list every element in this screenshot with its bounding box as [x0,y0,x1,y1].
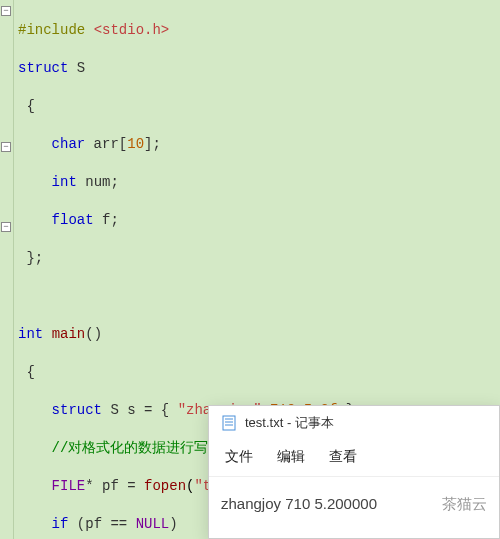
keyword-int: int [52,174,77,190]
null: NULL [136,516,170,532]
notepad-icon [221,415,237,431]
svg-rect-0 [223,416,235,430]
notepad-titlebar[interactable]: test.txt - 记事本 [209,406,499,440]
file-content: zhangjoy 710 5.200000 [221,495,377,514]
notepad-window[interactable]: test.txt - 记事本 文件 编辑 查看 zhangjoy 710 5.2… [208,405,500,539]
fold-gutter: − − − [0,0,14,539]
notepad-title: test.txt - 记事本 [245,414,334,432]
type-file: FILE [52,478,86,494]
fold-marker[interactable]: − [1,6,11,16]
struct-name: S [77,60,85,76]
decl: num; [77,174,119,190]
decl: ]; [144,136,161,152]
func-fopen: fopen [144,478,186,494]
decl: s = { [119,402,178,418]
brace: }; [26,250,43,266]
notepad-menubar: 文件 编辑 查看 [209,440,499,477]
decl: f; [94,212,119,228]
keyword-int: int [18,326,43,342]
keyword-struct: struct [52,402,102,418]
number: 10 [127,136,144,152]
keyword-struct: struct [18,60,68,76]
paren: () [85,326,102,342]
fold-marker[interactable]: − [1,222,11,232]
keyword-char: char [52,136,86,152]
keyword-float: float [52,212,94,228]
header: <stdio.h> [94,22,170,38]
watermark: 茶猫云 [442,495,487,514]
keyword-if: if [52,516,69,532]
menu-edit[interactable]: 编辑 [277,448,305,466]
brace: { [26,98,34,114]
decl: arr[ [85,136,127,152]
menu-file[interactable]: 文件 [225,448,253,466]
func-main: main [52,326,86,342]
preproc: #include [18,22,85,38]
menu-view[interactable]: 查看 [329,448,357,466]
fold-marker[interactable]: − [1,142,11,152]
struct-name: S [110,402,118,418]
notepad-content[interactable]: zhangjoy 710 5.200000 茶猫云 [209,477,499,532]
brace: { [26,364,34,380]
